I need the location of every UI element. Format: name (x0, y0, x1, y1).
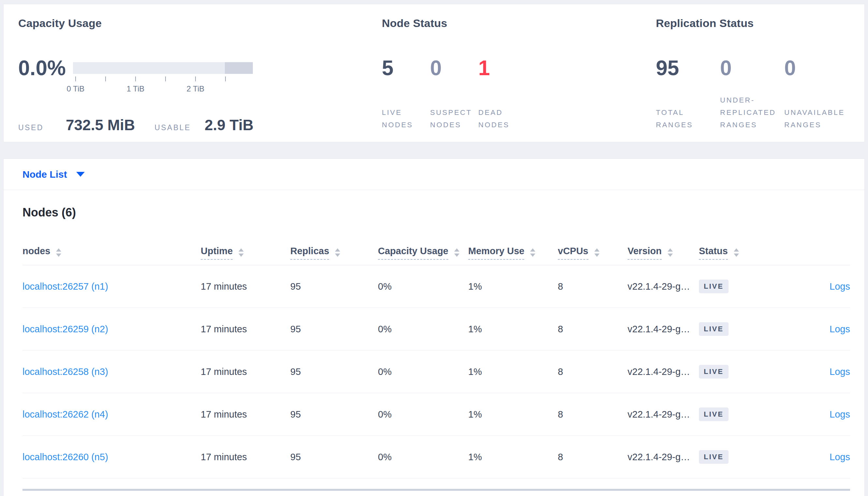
nodes-table-section: Nodes (6) nodesUptimeReplicasCapacity Us… (4, 206, 864, 491)
cell-replicas: 95 (290, 409, 378, 420)
column-header-replicas[interactable]: Replicas (290, 245, 378, 260)
cell-memory-use: 1% (468, 452, 558, 463)
cluster-summary-card: Capacity Usage 0.0% 0 TiB 1 TiB 2 TiB US… (3, 4, 865, 142)
metric-value: 1 (478, 58, 526, 78)
sort-icon[interactable] (530, 248, 535, 257)
table-row: localhost:26257 (n1)17 minutes950%1%8v22… (23, 265, 850, 308)
column-header-status[interactable]: Status (699, 245, 782, 260)
cell-version: v22.1.4-29-g… (628, 409, 699, 420)
node-address-link[interactable]: localhost:26257 (n1) (23, 281, 108, 292)
cell-memory-use: 1% (468, 367, 558, 377)
node-address-link[interactable]: localhost:26259 (n2) (23, 324, 108, 334)
cell-version: v22.1.4-29-g… (628, 452, 699, 463)
cell-uptime: 17 minutes (201, 281, 290, 292)
cell-memory-use: 1% (468, 324, 558, 335)
cell-replicas: 95 (290, 367, 378, 377)
node-status-title: Node Status (382, 17, 643, 29)
capacity-bar-reserved-segment (225, 62, 253, 74)
metric-total-ranges: 95TOTAL RANGES (656, 58, 720, 131)
metric-value: 0 (720, 58, 784, 78)
column-header-capacity-usage[interactable]: Capacity Usage (378, 245, 468, 260)
metric-dead-nodes: 1DEAD NODES (478, 58, 526, 131)
cell-vcpus: 8 (558, 452, 628, 463)
logs-link[interactable]: Logs (829, 281, 850, 292)
sort-icon[interactable] (734, 248, 739, 257)
cell-uptime: 17 minutes (201, 324, 290, 335)
capacity-usage-title: Capacity Usage (18, 17, 360, 29)
metric-live-nodes: 5LIVE NODES (382, 58, 430, 131)
column-header-label: Memory Use (468, 245, 524, 260)
column-header-label: Capacity Usage (378, 245, 448, 260)
cell-memory-use: 1% (468, 281, 558, 292)
capacity-axis-tick (105, 77, 106, 81)
metric-label: TOTAL RANGES (656, 106, 718, 131)
node-status-metrics: 5LIVE NODES0SUSPECT NODES1DEAD NODES (382, 58, 643, 131)
metric-label: UNAVAILABLE RANGES (784, 106, 846, 131)
column-header-label: Status (699, 245, 728, 260)
used-value: 732.5 MiB (66, 118, 135, 133)
metric-value: 0 (784, 58, 849, 78)
cell-replicas: 95 (290, 452, 378, 463)
cell-version: v22.1.4-29-g… (628, 281, 699, 292)
cell-version: v22.1.4-29-g… (628, 367, 699, 377)
node-address-link[interactable]: localhost:26258 (n3) (23, 367, 108, 377)
metric-under-replicated-ranges: 0UNDER-REPLICATED RANGES (720, 58, 784, 131)
capacity-axis-label: 1 TiB (127, 84, 145, 93)
metric-suspect-nodes: 0SUSPECT NODES (430, 58, 478, 131)
cell-uptime: 17 minutes (201, 452, 290, 463)
capacity-axis-label: 0 TiB (67, 84, 85, 93)
column-header-label: nodes (23, 245, 50, 260)
table-row: localhost:26262 (n4)17 minutes950%1%8v22… (23, 393, 850, 436)
status-badge: LIVE (699, 322, 729, 336)
cell-capacity-usage: 0% (378, 409, 468, 420)
metric-label: LIVE NODES (382, 106, 430, 131)
node-list-card: Node List Nodes (6) nodesUptimeReplicasC… (3, 158, 865, 496)
capacity-usage-section: Capacity Usage 0.0% 0 TiB 1 TiB 2 TiB US… (18, 17, 360, 133)
capacity-used-percent: 0.0% (18, 58, 66, 78)
column-header-memory-use[interactable]: Memory Use (468, 245, 558, 260)
cell-vcpus: 8 (558, 281, 628, 292)
column-header-label: vCPUs (558, 245, 588, 260)
status-badge: LIVE (699, 407, 729, 421)
nodes-table-title: Nodes (6) (23, 206, 850, 219)
node-status-section: Node Status 5LIVE NODES0SUSPECT NODES1DE… (382, 17, 643, 131)
caret-down-icon[interactable] (76, 172, 85, 177)
status-badge: LIVE (699, 450, 729, 464)
column-header-label: Uptime (201, 245, 233, 260)
logs-link[interactable]: Logs (829, 367, 850, 377)
table-body: localhost:26257 (n1)17 minutes950%1%8v22… (23, 265, 850, 478)
sort-icon[interactable] (668, 248, 673, 257)
cell-version: v22.1.4-29-g… (628, 324, 699, 335)
table-section-divider (23, 489, 850, 491)
column-header-nodes[interactable]: nodes (23, 245, 201, 260)
cell-vcpus: 8 (558, 367, 628, 377)
cell-capacity-usage: 0% (378, 324, 468, 335)
column-header-uptime[interactable]: Uptime (201, 245, 290, 260)
node-address-link[interactable]: localhost:26260 (n5) (23, 452, 108, 462)
cell-memory-use: 1% (468, 409, 558, 420)
column-header-vcpus[interactable]: vCPUs (558, 245, 628, 260)
logs-link[interactable]: Logs (829, 324, 850, 334)
metric-label: UNDER-REPLICATED RANGES (720, 94, 782, 131)
view-selector-node-list[interactable]: Node List (23, 169, 67, 180)
logs-link[interactable]: Logs (829, 409, 850, 419)
replication-status-section: Replication Status 95TOTAL RANGES0UNDER-… (656, 17, 864, 131)
table-row: localhost:26258 (n3)17 minutes950%1%8v22… (23, 351, 850, 393)
metric-value: 5 (382, 58, 430, 78)
sort-icon[interactable] (594, 248, 599, 257)
sort-icon[interactable] (56, 248, 61, 257)
sort-icon[interactable] (239, 248, 244, 257)
cell-capacity-usage: 0% (378, 281, 468, 292)
metric-value: 95 (656, 58, 720, 78)
status-badge: LIVE (699, 280, 729, 293)
column-header-version[interactable]: Version (628, 245, 699, 260)
logs-link[interactable]: Logs (829, 452, 850, 462)
sort-icon[interactable] (454, 248, 460, 257)
sort-icon[interactable] (335, 248, 340, 257)
metric-value: 0 (430, 58, 478, 78)
cell-uptime: 17 minutes (201, 409, 290, 420)
node-address-link[interactable]: localhost:26262 (n4) (23, 409, 108, 419)
replication-status-title: Replication Status (656, 17, 864, 29)
cell-capacity-usage: 0% (378, 367, 468, 377)
table-row: localhost:26259 (n2)17 minutes950%1%8v22… (23, 308, 850, 351)
